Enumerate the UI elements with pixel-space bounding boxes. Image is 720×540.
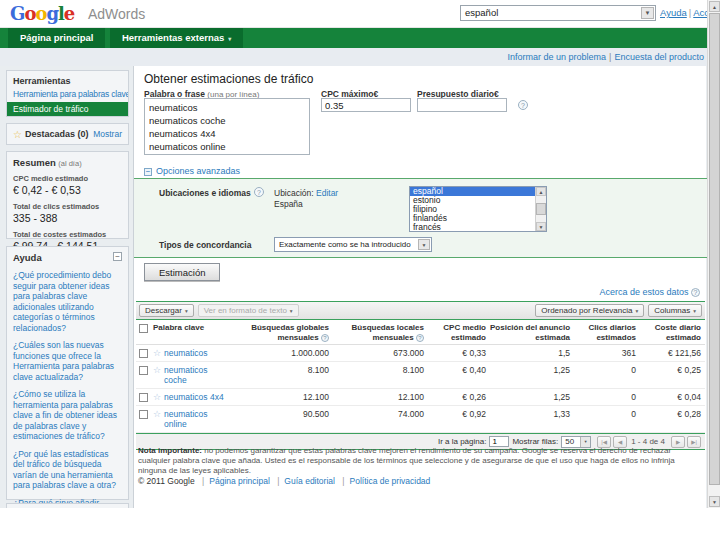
report-problem-link[interactable]: Informar de un problema xyxy=(508,52,607,62)
stat-label-cpc: CPC medio estimado xyxy=(13,174,122,183)
footer-link-privacy[interactable]: Política de privacidad xyxy=(350,476,431,486)
scroll-down-icon[interactable]: ▼ xyxy=(709,496,720,507)
cell-clicks: 0 xyxy=(576,409,642,429)
keyword-link[interactable]: neumaticos xyxy=(164,348,207,358)
help-question-link[interactable]: ¿Cuáles son las nuevas funciones que ofr… xyxy=(13,340,122,382)
table-row: ☆neumaticos 1.000.000 673.000 € 0,33 1,5… xyxy=(136,345,705,362)
row-checkbox[interactable] xyxy=(139,349,148,358)
sidebar-item-keyword-tool[interactable]: Herramienta para palabras clave xyxy=(7,86,128,101)
collapse-icon[interactable]: − xyxy=(113,252,122,261)
help-icon[interactable]: ? xyxy=(691,288,700,297)
help-icon[interactable]: ? xyxy=(416,334,424,342)
table-row: ☆neumaticos online 90.500 74.000 € 0,92 … xyxy=(136,406,705,433)
cell-clicks: 0 xyxy=(576,365,642,385)
help-question-link[interactable]: ¿Cómo se utiliza la herramienta para pal… xyxy=(13,389,122,442)
stat-label-clicks: Total de clics estimados xyxy=(13,202,122,211)
goto-page-label: Ir a la página: xyxy=(438,437,486,446)
max-cpc-input[interactable] xyxy=(321,98,411,112)
location-value: España xyxy=(274,199,303,209)
help-question-link[interactable]: ¿Qué procedimiento debo seguir para obte… xyxy=(13,270,122,333)
tab-pagina-principal[interactable]: Página principal xyxy=(8,28,105,48)
stat-label-cost: Total de costes estimados xyxy=(13,230,122,239)
cell-clicks: 0 xyxy=(576,392,642,402)
star-icon[interactable]: ☆ xyxy=(153,392,161,402)
daily-budget-input[interactable] xyxy=(417,98,507,112)
row-checkbox[interactable] xyxy=(139,393,148,402)
row-checkbox[interactable] xyxy=(139,410,148,419)
star-icon[interactable]: ☆ xyxy=(153,365,161,375)
keywords-textarea[interactable] xyxy=(144,98,310,155)
google-logo: Google xyxy=(10,3,74,24)
tab-herramientas-externas[interactable]: Herramientas externas▾ xyxy=(110,28,243,48)
summary-title: Resumen xyxy=(13,157,56,168)
chevron-down-icon[interactable]: ▼ xyxy=(641,7,654,19)
chevron-down-icon: ▾ xyxy=(580,437,590,447)
advanced-options-label[interactable]: Opciones avanzadas xyxy=(156,166,240,176)
cell-clicks: 361 xyxy=(576,348,642,358)
help-panel: Ayuda − ¿Qué procedimiento debo seguir p… xyxy=(6,246,129,500)
cell-position: 1,25 xyxy=(490,365,576,385)
cell-global: 8.100 xyxy=(242,365,335,385)
help-link[interactable]: Ayuda xyxy=(660,7,687,18)
chevron-down-icon[interactable]: ▼ xyxy=(418,239,430,250)
cell-cpc: € 0,33 xyxy=(430,348,490,358)
cell-global: 90.500 xyxy=(242,409,335,429)
star-icon: ☆ xyxy=(13,129,22,140)
sidebar-item-traffic-estimator[interactable]: Estimador de tráfico xyxy=(7,102,128,116)
interface-language-select[interactable]: español ▼ xyxy=(460,5,656,21)
footer-link-home[interactable]: Página principal xyxy=(209,476,269,486)
note-title: Nota importante: xyxy=(138,446,202,455)
match-type-value: Exactamente como se ha introducido xyxy=(279,240,411,249)
product-survey-link[interactable]: Encuesta del producto xyxy=(614,52,704,62)
match-types-label: Tipos de concordancia xyxy=(159,240,251,250)
cell-local: 74.000 xyxy=(335,409,430,429)
select-all-checkbox[interactable] xyxy=(139,324,148,333)
page-title: Obtener estimaciones de tráfico xyxy=(144,72,313,86)
match-type-select[interactable]: Exactamente como se ha introducido ▼ xyxy=(274,237,432,252)
window-scrollbar[interactable]: ▲ ▼ xyxy=(707,0,720,508)
advanced-options-panel: Ubicaciones e idiomas ? Ubicación: Edita… xyxy=(134,178,707,258)
scroll-up-icon[interactable]: ▲ xyxy=(536,187,546,196)
cell-cost: € 0,04 xyxy=(642,392,705,402)
cell-cost: € 0,28 xyxy=(642,409,705,429)
adwords-app: Google AdWords español ▼ Ayuda|Acceder P… xyxy=(0,0,720,540)
col-daily-clicks: Clics diarios estimados xyxy=(576,323,642,342)
col-local-searches: Búsquedas locales mensuales ? xyxy=(335,323,430,342)
keyword-link[interactable]: neumaticos online xyxy=(164,409,228,429)
important-note: Nota importante: no podemos garantizar q… xyxy=(138,446,700,476)
scroll-up-icon[interactable]: ▲ xyxy=(709,1,720,12)
cell-local: 12.100 xyxy=(335,392,430,402)
star-icon[interactable]: ☆ xyxy=(153,409,161,419)
language-listbox[interactable]: español estonio filipino finlandés franc… xyxy=(409,186,547,232)
row-checkbox[interactable] xyxy=(139,366,148,375)
scrollbar-thumb[interactable] xyxy=(709,13,720,485)
chevron-down-icon: ▾ xyxy=(185,308,188,314)
keyword-link[interactable]: neumaticos 4x4 xyxy=(164,392,224,402)
help-icon[interactable]: ? xyxy=(518,100,528,110)
location-edit-link[interactable]: Editar xyxy=(316,188,338,198)
star-icon[interactable]: ☆ xyxy=(153,348,161,358)
scroll-down-icon[interactable]: ▼ xyxy=(536,222,546,231)
cell-global: 1.000.000 xyxy=(242,348,335,358)
sort-button[interactable]: Ordenado por Relevancia▾ xyxy=(535,304,644,317)
help-icon[interactable]: ? xyxy=(254,187,264,197)
keyword-link[interactable]: neumaticos coche xyxy=(164,365,228,385)
download-button[interactable]: Descargar▾ xyxy=(139,304,194,317)
top-header: Google AdWords español ▼ Ayuda|Acceder xyxy=(0,0,720,28)
language-option[interactable]: francés xyxy=(410,223,546,232)
stat-value-clicks: 335 - 388 xyxy=(13,212,122,224)
cell-position: 1,33 xyxy=(490,409,576,429)
show-starred-link[interactable]: Mostrar xyxy=(93,129,122,139)
advanced-options-toggle[interactable]: −Opciones avanzadas xyxy=(144,166,240,176)
columns-button[interactable]: Columnas▾ xyxy=(648,304,702,317)
help-icon[interactable]: ? xyxy=(321,334,329,342)
cell-cpc: € 0,26 xyxy=(430,392,490,402)
help-question-link[interactable]: ¿Por qué las estadísticas del tráfico de… xyxy=(13,449,122,491)
estimate-button[interactable]: Estimación xyxy=(144,263,220,281)
listbox-scrollbar[interactable]: ▲ ▼ xyxy=(535,187,546,231)
note-text: no podemos garantizar que estas palabras… xyxy=(138,446,675,475)
scrollbar-thumb[interactable] xyxy=(536,203,546,215)
footer-link-editorial[interactable]: Guía editorial xyxy=(284,476,335,486)
starred-label: Destacadas (0) xyxy=(25,129,93,139)
help-panel-title: Ayuda xyxy=(13,252,113,263)
